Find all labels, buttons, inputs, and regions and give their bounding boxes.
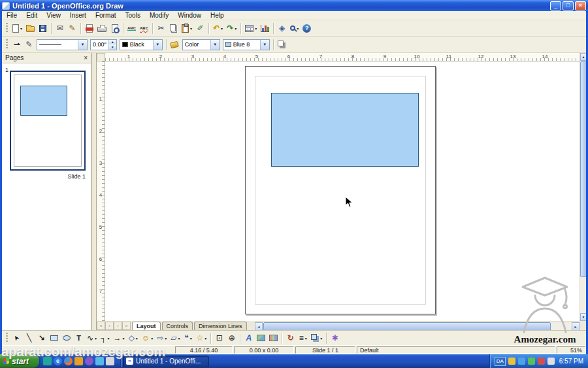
pages-panel-header[interactable]: Pages × xyxy=(2,53,91,63)
line-color-select[interactable]: Black xyxy=(120,39,163,50)
language-indicator[interactable]: DA xyxy=(495,357,506,366)
stars-button[interactable] xyxy=(195,332,208,344)
redo-button[interactable] xyxy=(225,22,238,35)
insert-chart-button[interactable] xyxy=(259,22,270,35)
cut-button[interactable] xyxy=(155,22,167,35)
callouts-button[interactable] xyxy=(182,332,193,344)
task-button-draw[interactable]: Untitled 1 - OpenOffi... xyxy=(123,356,209,367)
lines-and-arrows-button[interactable] xyxy=(112,332,126,344)
tab-layout[interactable]: Layout xyxy=(132,322,161,330)
insert-picture-button[interactable] xyxy=(255,332,267,344)
menu-view[interactable]: View xyxy=(42,11,65,20)
style-name-field[interactable]: Default xyxy=(357,346,555,354)
select-tool-button[interactable] xyxy=(11,332,22,344)
chevron-down-icon[interactable] xyxy=(210,40,220,50)
tray-icon[interactable] xyxy=(508,358,515,365)
slide-page[interactable] xyxy=(245,66,436,314)
slide-info-field[interactable]: Slide 1 / 1 xyxy=(295,346,355,354)
chevron-down-icon[interactable] xyxy=(78,40,87,50)
open-button[interactable] xyxy=(25,22,36,35)
navigator-button[interactable] xyxy=(276,22,287,35)
tab-controls[interactable]: Controls xyxy=(162,322,193,330)
quick-launch-icon[interactable] xyxy=(95,357,104,365)
spin-down-icon[interactable] xyxy=(109,44,116,50)
gallery-button[interactable] xyxy=(268,332,279,344)
chevron-down-icon[interactable] xyxy=(153,40,162,50)
area-dialog-button[interactable] xyxy=(169,39,180,51)
internet-explorer-icon[interactable] xyxy=(54,357,62,365)
next-layer-icon[interactable] xyxy=(114,322,122,330)
menu-help[interactable]: Help xyxy=(206,11,229,20)
export-pdf-button[interactable] xyxy=(84,22,95,35)
rectangle-tool-button[interactable] xyxy=(48,332,59,344)
edit-points-button[interactable] xyxy=(214,332,225,344)
symbol-shapes-button[interactable] xyxy=(140,332,154,344)
menu-tools[interactable]: Tools xyxy=(121,11,145,20)
interaction-button[interactable] xyxy=(329,332,340,344)
quick-launch-icon[interactable] xyxy=(85,357,93,365)
flowcharts-button[interactable] xyxy=(169,332,181,344)
copy-button[interactable] xyxy=(168,22,179,35)
insert-table-button[interactable] xyxy=(244,22,258,35)
line-width-spinner[interactable]: 0.00" xyxy=(90,39,117,50)
tab-dimension-lines[interactable]: Dimension Lines xyxy=(194,322,247,330)
menu-window[interactable]: Window xyxy=(173,11,206,20)
menu-modify[interactable]: Modify xyxy=(145,11,173,20)
auto-spellcheck-button[interactable] xyxy=(139,22,150,35)
block-arrows-button[interactable] xyxy=(155,332,168,344)
chevron-down-icon[interactable] xyxy=(260,40,269,50)
fill-type-select[interactable]: Color xyxy=(182,39,220,50)
zoom-button[interactable] xyxy=(289,22,300,35)
menu-edit[interactable]: Edit xyxy=(22,11,42,20)
page-preview-button[interactable] xyxy=(109,22,120,35)
toolbar-handle[interactable] xyxy=(6,39,8,50)
rotate-button[interactable] xyxy=(285,332,296,344)
glue-points-button[interactable] xyxy=(226,332,237,344)
help-button[interactable] xyxy=(301,22,312,35)
close-button[interactable] xyxy=(575,1,586,10)
text-tool-button[interactable] xyxy=(73,332,84,344)
menu-insert[interactable]: Insert xyxy=(65,11,91,20)
firefox-icon[interactable] xyxy=(64,357,73,365)
drawing-canvas[interactable] xyxy=(105,61,580,321)
quick-launch-icon[interactable] xyxy=(43,357,52,365)
title-bar[interactable]: Untitled 1 - OpenOffice.org Draw xyxy=(0,0,588,11)
arrange-button[interactable] xyxy=(310,332,323,344)
tray-icon[interactable] xyxy=(528,358,535,365)
alignment-button[interactable] xyxy=(297,332,308,344)
vertical-scrollbar[interactable] xyxy=(580,53,586,321)
menu-file[interactable]: File xyxy=(2,11,22,20)
minimize-button[interactable] xyxy=(550,1,561,10)
line-dialog-button[interactable] xyxy=(24,39,35,51)
print-button[interactable] xyxy=(96,22,108,35)
undo-button[interactable] xyxy=(212,22,224,35)
new-document-button[interactable] xyxy=(11,22,24,35)
close-icon[interactable]: × xyxy=(84,55,88,61)
previous-layer-icon[interactable] xyxy=(105,322,114,330)
save-button[interactable] xyxy=(37,22,48,35)
email-button[interactable] xyxy=(54,22,65,35)
panel-splitter[interactable] xyxy=(91,53,97,330)
start-button[interactable]: start xyxy=(0,354,39,368)
menu-format[interactable]: Format xyxy=(91,11,121,20)
tray-icon[interactable] xyxy=(538,358,545,365)
arrow-style-button[interactable] xyxy=(11,39,22,51)
paste-button[interactable] xyxy=(180,22,193,35)
first-layer-icon[interactable] xyxy=(97,322,105,330)
toolbar-handle[interactable] xyxy=(6,23,8,33)
drawn-rectangle[interactable] xyxy=(271,93,419,167)
toolbar-handle[interactable] xyxy=(6,333,8,343)
zoom-level-field[interactable]: 51% xyxy=(557,346,585,354)
fill-color-select[interactable]: Blue 8 xyxy=(223,39,270,50)
format-paintbrush-button[interactable] xyxy=(195,22,206,35)
basic-shapes-button[interactable] xyxy=(127,332,139,344)
spin-up-icon[interactable] xyxy=(109,40,116,45)
quick-launch-icon[interactable] xyxy=(74,357,83,365)
fontwork-button[interactable] xyxy=(243,332,254,344)
tray-icon[interactable] xyxy=(518,358,525,365)
last-layer-icon[interactable] xyxy=(122,322,131,330)
spellcheck-button[interactable] xyxy=(126,22,137,35)
line-style-select[interactable] xyxy=(37,39,88,50)
tray-icon[interactable] xyxy=(547,358,555,365)
slide-thumbnail[interactable] xyxy=(10,71,86,171)
